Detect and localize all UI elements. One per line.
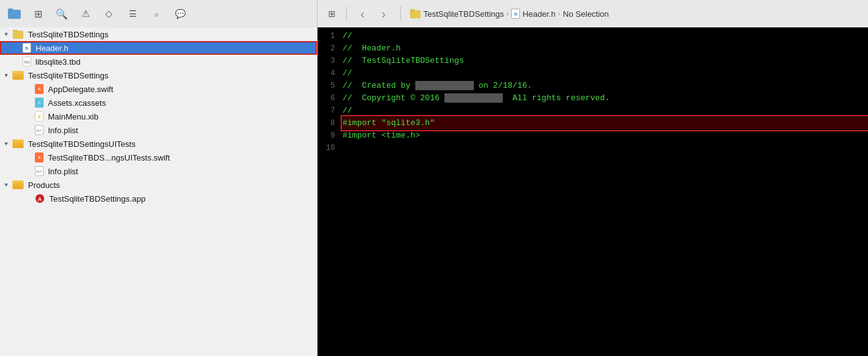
sidebar-uitest-swift-label: TestSqliteTBDS...ngsUITests.swift [48,153,170,162]
sidebar-item-app[interactable]: A TestSqliteTBDSettings.app [0,192,317,205]
breadcrumb-file-icon: h [511,9,520,19]
sidebar-header-h-label: Header.h [35,44,68,53]
breadcrumb-sep2: › [558,9,560,18]
sidebar-item-header-h[interactable]: h Header.h [0,41,317,55]
sidebar-item-appdelegate[interactable]: S AppDelegate.swift [0,82,317,96]
line-num-7: 7 [318,105,342,117]
svg-rect-1 [8,9,13,11]
swift-icon-appdelegate: S [35,84,44,94]
sidebar-group-products-label: Products [28,180,60,190]
sidebar-mainmenu-label: MainMenu.xib [48,112,98,121]
xcassets-icon: A [35,98,44,108]
app-icon: A [35,194,45,204]
line-num-4: 4 [318,67,342,80]
sidebar-item-group-main[interactable]: TestSqliteTBDSettings [0,68,317,82]
grid-small-icon[interactable]: ⊞ [325,7,339,21]
sidebar-root-label: TestSqliteTBDSettings [28,30,108,39]
folder-nav-icon[interactable] [7,7,21,21]
code-line-2: 2 // Header.h [318,42,868,55]
triangle-group-main [2,72,10,79]
list-icon[interactable]: ☰ [126,7,139,21]
line-content-1: // [342,30,868,42]
toolbar-right: ⊞ ‹ › TestSqliteTBDSettings › h Header.h… [318,0,868,27]
folder-uitests-icon [12,139,24,148]
triangle-group-uitests [2,140,10,148]
code-line-9: 9 #import <time.h> [318,129,868,142]
sidebar-assets-label: Assets.xcassets [48,98,106,108]
toolbar-left: ⊞ 🔍 ⚠ ◇ ☰ ⬦ 💬 [0,0,318,27]
sidebar-info-plist2-label: Info.plist [48,167,78,176]
sidebar-item-assets[interactable]: A Assets.xcassets [0,96,317,110]
line-num-2: 2 [318,42,342,55]
sidebar-item-uitest-swift[interactable]: S TestSqliteTBDS...ngsUITests.swift [0,151,317,164]
code-line-7: 7 // [318,105,868,117]
xib-icon: X [35,111,44,121]
sidebar-item-libsqlite[interactable]: TBD libsqlite3.tbd [0,55,317,68]
sidebar-info-plist-label: Info.plist [48,126,78,135]
h-file-icon: h [22,43,31,53]
line-content-8: #import "sqlite3.h" [342,117,868,129]
sidebar-group-main-label: TestSqliteTBDSettings [28,71,108,80]
svg-rect-2 [410,11,420,18]
line-content-3: // TestSqliteTBDSettings [342,55,868,67]
breadcrumb-project[interactable]: TestSqliteTBDSettings [423,9,504,19]
code-line-6: 6 // Copyright © 2016 ████████████ All r… [318,92,868,105]
svg-text:A: A [38,196,42,202]
sidebar-libsqlite-label: libsqlite3.tbd [35,57,80,67]
sidebar-item-group-products[interactable]: Products [0,178,317,192]
line-content-6: // Copyright © 2016 ████████████ All rig… [342,92,868,105]
line-num-9: 9 [318,129,342,142]
triangle-group-products [2,181,10,189]
warning-icon[interactable]: ⚠ [78,7,92,21]
tag-icon[interactable]: ⬦ [149,7,163,21]
code-line-3: 3 // TestSqliteTBDSettings [318,55,868,67]
line-num-6: 6 [318,92,342,105]
grid-icon[interactable]: ⊞ [31,7,45,21]
project-icon [410,8,421,19]
breadcrumb: TestSqliteTBDSettings › h Header.h › No … [410,8,609,19]
folder-main-icon [12,71,24,80]
line-content-9: #import <time.h> [342,129,868,142]
sidebar-item-mainmenu[interactable]: X MainMenu.xib [0,110,317,123]
project-root-icon [12,29,24,40]
code-line-5: 5 // Created by ████████████ on 2/18/16. [318,80,868,92]
sidebar-item-group-uitests[interactable]: TestSqliteTBDSettingsUITests [0,137,317,151]
line-content-7: // [342,105,868,117]
toolbar-divider2 [400,6,401,21]
sidebar-item-info-plist2[interactable]: PLT Info.plist [0,164,317,178]
svg-rect-3 [410,9,415,11]
breadcrumb-sep1: › [506,9,509,18]
plist-icon: PLT [35,125,44,135]
breadcrumb-file[interactable]: Header.h [522,9,555,19]
line-content-4: // [342,67,868,80]
sidebar-item-info-plist[interactable]: PLT Info.plist [0,123,317,137]
code-line-8: 8 #import "sqlite3.h" [318,117,868,129]
diamond-icon[interactable]: ◇ [102,7,116,21]
line-num-3: 3 [318,55,342,67]
sidebar-app-label: TestSqliteTBDSettings.app [49,194,146,204]
line-num-10: 10 [318,142,342,154]
main-content: TestSqliteTBDSettings h Header.h TBD lib… [0,27,868,356]
svg-rect-5 [13,30,17,32]
toolbar-divider [346,6,347,21]
nav-forward-button[interactable]: › [375,6,392,22]
code-line-4: 4 // [318,67,868,80]
code-line-10: 10 [318,142,868,154]
sidebar-appdelegate-label: AppDelegate.swift [48,85,113,94]
breadcrumb-selection[interactable]: No Selection [563,9,609,19]
line-num-5: 5 [318,80,342,92]
line-num-8: 8 [318,117,342,129]
plist-icon2: PLT [35,166,44,176]
code-editor[interactable]: 1 // 2 // Header.h 3 // TestSqliteTBDSet… [318,27,868,356]
nav-back-button[interactable]: ‹ [354,6,370,22]
triangle-root [2,30,10,38]
code-line-1: 1 // [318,30,868,42]
search-icon[interactable]: 🔍 [55,7,68,21]
line-content-2: // Header.h [342,42,868,55]
chat-icon[interactable]: 💬 [173,7,187,21]
swift-icon-uitest: S [35,152,44,162]
file-navigator: TestSqliteTBDSettings h Header.h TBD lib… [0,27,318,356]
folder-products-icon [12,180,24,189]
line-content-5: // Created by ████████████ on 2/18/16. [342,80,868,92]
sidebar-item-root[interactable]: TestSqliteTBDSettings [0,27,317,41]
